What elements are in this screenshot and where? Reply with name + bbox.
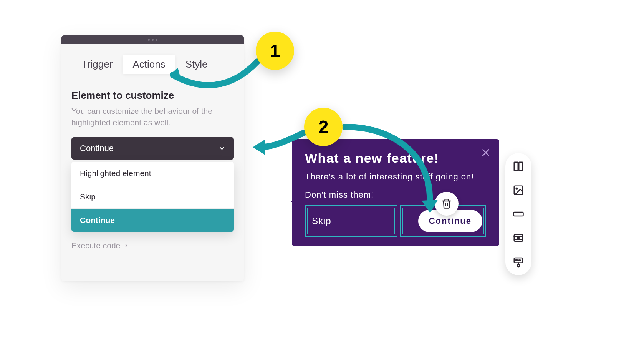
tab-actions[interactable]: Actions <box>123 55 175 74</box>
svg-rect-3 <box>519 162 523 171</box>
video-icon <box>513 232 524 244</box>
element-select[interactable]: Continue <box>71 137 234 160</box>
tooltip-title: What a new feature! <box>305 151 486 166</box>
button-icon <box>513 208 524 220</box>
execute-code-link[interactable]: Execute code <box>71 241 234 250</box>
select-value: Continue <box>80 143 114 153</box>
element-select-dropdown: Highlighted element Skip Continue <box>71 162 234 232</box>
svg-point-15 <box>517 264 520 267</box>
svg-point-13 <box>518 260 519 261</box>
skip-cell[interactable]: Skip <box>305 205 397 237</box>
tooltip-body-1: There's a lot of interesting stuff going… <box>305 171 486 183</box>
option-skip[interactable]: Skip <box>71 185 234 209</box>
element-customize-section: Element to customize You can customize t… <box>61 80 244 250</box>
svg-point-12 <box>516 260 517 261</box>
annotation-badge-1: 1 <box>256 32 294 70</box>
tool-columns[interactable] <box>513 161 524 172</box>
svg-point-14 <box>520 260 521 261</box>
chevron-right-icon <box>124 243 129 249</box>
execute-code-label: Execute code <box>71 241 120 250</box>
chevron-down-icon <box>219 145 225 152</box>
window-titlebar <box>61 35 244 44</box>
tool-palette <box>505 153 531 275</box>
section-title: Element to customize <box>71 90 234 101</box>
feature-tooltip-card: What a new feature! There's a lot of int… <box>292 139 499 246</box>
image-icon <box>513 184 524 196</box>
svg-point-5 <box>516 188 518 189</box>
close-icon <box>481 148 491 158</box>
tooltip-button-row: Skip Continue <box>305 205 486 237</box>
svg-rect-2 <box>514 162 518 171</box>
survey-icon <box>513 256 524 268</box>
section-description: You can customize the behaviour of the h… <box>71 105 234 129</box>
close-button[interactable] <box>481 148 491 158</box>
tooltip-body-2: Don't miss them! <box>305 190 486 200</box>
tool-video[interactable] <box>513 232 524 244</box>
settings-panel: Trigger Actions Style Element to customi… <box>61 35 244 281</box>
tool-image[interactable] <box>513 184 524 196</box>
tab-style[interactable]: Style <box>175 55 218 74</box>
columns-icon <box>513 161 524 172</box>
tabs-row: Trigger Actions Style <box>61 44 244 80</box>
annotation-badge-2: 2 <box>304 108 343 146</box>
delete-button[interactable] <box>435 192 459 216</box>
tool-button[interactable] <box>513 208 524 220</box>
svg-rect-6 <box>514 212 523 216</box>
trash-icon <box>441 198 452 209</box>
svg-marker-10 <box>518 237 520 239</box>
tab-trigger[interactable]: Trigger <box>71 55 123 74</box>
tool-survey[interactable] <box>513 256 524 268</box>
option-continue[interactable]: Continue <box>71 209 234 232</box>
option-highlighted-element[interactable]: Highlighted element <box>71 162 234 185</box>
skip-label: Skip <box>312 216 331 226</box>
